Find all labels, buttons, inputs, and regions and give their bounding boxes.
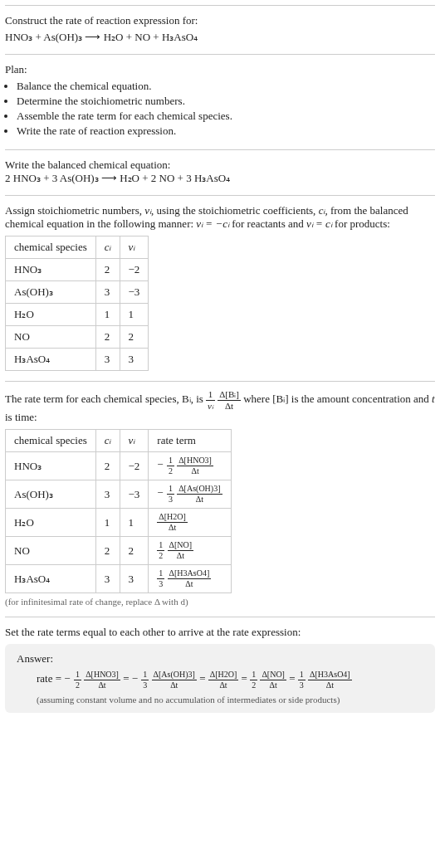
- section-assign: Assign stoichiometric numbers, νᵢ, using…: [5, 195, 435, 381]
- cell-species: H₃AsO₄: [6, 565, 96, 593]
- delta-den: Δt: [168, 579, 212, 588]
- plan-heading: Plan:: [5, 63, 435, 76]
- sign: −: [64, 672, 70, 685]
- coef-frac: 1 2: [74, 671, 81, 690]
- coef-den: 2: [74, 680, 81, 690]
- delta-num: Δ[H3AsO4]: [308, 671, 352, 680]
- delta-num: Δ[H3AsO4]: [168, 569, 212, 579]
- rate-table: chemical species cᵢ νᵢ rate term HNO₃ 2 …: [5, 429, 232, 593]
- table-row: H₂O 1 1 Δ[H2O] Δt: [6, 509, 232, 537]
- cell-ci: 2: [95, 452, 120, 480]
- assign-text-a: Assign stoichiometric numbers,: [5, 204, 144, 217]
- equals: =: [123, 672, 132, 685]
- plan-list: Balance the chemical equation. Determine…: [5, 80, 435, 138]
- coef-frac: 1 2: [250, 671, 257, 690]
- coef-den: 2: [250, 680, 257, 690]
- delta-frac: Δ[H3AsO4] Δt: [168, 569, 212, 588]
- cell-species: As(OH)₃: [6, 480, 96, 509]
- coef-frac: 1 2: [167, 456, 174, 475]
- delta-den: Δt: [177, 495, 222, 504]
- cell-ci: 1: [95, 304, 120, 326]
- col-species: chemical species: [6, 237, 96, 259]
- delta-num: Δ[NO]: [168, 541, 194, 551]
- coef-den: 2: [157, 551, 164, 560]
- cell-species: H₂O: [6, 509, 96, 537]
- cell-species: H₃AsO₄: [6, 349, 96, 371]
- cell-nui: −3: [120, 281, 149, 304]
- plan-item: Write the rate of reaction expression.: [17, 124, 435, 138]
- coef-den: 3: [298, 680, 306, 690]
- cell-rate-term: 1 2 Δ[NO] Δt: [149, 537, 231, 565]
- col-species: chemical species: [6, 430, 96, 452]
- rate-intro-t: t: [432, 393, 435, 405]
- coef-num: 1: [74, 671, 81, 680]
- coef-frac: 1 3: [167, 485, 174, 504]
- delta-frac: Δ[H2O] Δt: [208, 671, 239, 690]
- delta-num: Δ[As(OH)3]: [177, 485, 222, 495]
- delta-num: Δ[NO]: [260, 671, 286, 680]
- rate-term: 1 2 Δ[NO] Δt: [250, 671, 286, 690]
- delta-den: Δt: [168, 551, 194, 560]
- assign-rel2: νᵢ = cᵢ: [306, 217, 332, 230]
- sign: −: [157, 458, 163, 471]
- coef-num: 1: [167, 456, 174, 466]
- cell-nui: 1: [120, 509, 149, 537]
- cell-rate-term: − 1 2 Δ[HNO3] Δt: [149, 452, 231, 480]
- table-row: chemical species cᵢ νᵢ rate term: [6, 430, 232, 452]
- delta-frac: Δ[H2O] Δt: [157, 513, 188, 532]
- coef-num: 1: [157, 569, 164, 579]
- coef-den: 3: [141, 680, 149, 690]
- cell-ci: 1: [95, 509, 120, 537]
- rate-intro-b: , is: [191, 393, 206, 405]
- delta-frac: Δ[As(OH)3] Δt: [177, 485, 222, 504]
- sign: −: [157, 486, 163, 499]
- prompt-line1: Construct the rate of reaction expressio…: [5, 14, 435, 27]
- delta-num: Δ[HNO3]: [177, 456, 213, 466]
- final-heading: Set the rate terms equal to each other t…: [5, 626, 435, 639]
- assign-text: Assign stoichiometric numbers, νᵢ, using…: [5, 204, 435, 231]
- col-nui: νᵢ: [120, 237, 149, 259]
- rate-intro-bi: Bᵢ: [182, 393, 191, 405]
- cell-nui: 2: [120, 326, 149, 349]
- frac-lead: 1 νᵢ: [206, 390, 215, 411]
- section-final: Set the rate terms equal to each other t…: [5, 617, 435, 723]
- delta-frac: Δ[HNO3] Δt: [84, 671, 120, 690]
- cell-nui: 1: [120, 304, 149, 326]
- coef-num: 1: [157, 541, 164, 551]
- cell-ci: 3: [95, 565, 120, 593]
- rate-intro-e: is time:: [5, 411, 37, 423]
- table-row: HNO₃ 2 −2: [6, 259, 149, 281]
- delta-frac: Δ[NO] Δt: [260, 671, 286, 690]
- section-rate-terms: The rate term for each chemical species,…: [5, 381, 435, 617]
- coef-num: 1: [298, 671, 306, 680]
- table-row: H₂O 1 1: [6, 304, 149, 326]
- rate-intro-a: The rate term for each chemical species,: [5, 393, 182, 405]
- coef-frac: 1 3: [157, 569, 164, 588]
- coef-frac: 1 2: [157, 541, 164, 560]
- delta-den: Δt: [260, 680, 286, 690]
- delta-frac: Δ[NO] Δt: [168, 541, 194, 560]
- cell-nui: −3: [120, 480, 149, 509]
- cell-rate-term: 1 3 Δ[H3AsO4] Δt: [149, 565, 231, 593]
- col-ci: cᵢ: [95, 430, 120, 452]
- delta-den: Δt: [208, 680, 239, 690]
- plan-item: Determine the stoichiometric numbers.: [17, 95, 435, 108]
- balanced-heading: Write the balanced chemical equation:: [5, 158, 435, 172]
- rate-term: 1 3 Δ[H3AsO4] Δt: [298, 671, 352, 690]
- cell-ci: 3: [95, 349, 120, 371]
- cell-nui: 3: [120, 349, 149, 371]
- sign: −: [132, 672, 138, 685]
- plan-item: Balance the chemical equation.: [17, 80, 435, 93]
- frac-main-num: Δ[Bᵢ]: [218, 390, 241, 401]
- rate-intro-text: The rate term for each chemical species,…: [5, 390, 435, 424]
- rate-term: − 1 2 Δ[HNO3] Δt: [64, 671, 120, 690]
- answer-box: Answer: rate = − 1 2 Δ[HNO3] Δt = −: [5, 644, 435, 713]
- rate-term: − 1 3 Δ[As(OH)3] Δt: [132, 671, 197, 690]
- frac-main-den: Δt: [218, 401, 241, 411]
- col-rate-term: rate term: [149, 430, 231, 452]
- delta-den: Δt: [152, 680, 197, 690]
- coef-den: 3: [167, 495, 174, 504]
- rate-term: Δ[H2O] Δt: [208, 671, 239, 690]
- section-prompt: Construct the rate of reaction expressio…: [5, 5, 435, 54]
- coef-frac: 1 3: [141, 671, 149, 690]
